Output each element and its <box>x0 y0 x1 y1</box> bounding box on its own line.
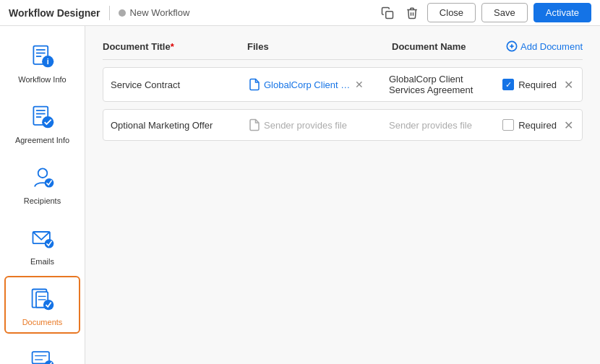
doc-title-2: Optional Marketing Offer <box>111 120 248 131</box>
file-name-2: Sender provides file <box>264 120 351 131</box>
doc-name-2: Sender provides file <box>389 120 495 131</box>
required-checkbox-2[interactable] <box>502 119 514 131</box>
svg-text:i: i <box>46 57 48 66</box>
add-circle-icon <box>506 40 518 52</box>
emails-icon <box>27 222 59 254</box>
sidebar-item-agreement-info-label: Agreement Info <box>15 136 69 144</box>
sidebar-item-recipients-label: Recipients <box>24 196 61 205</box>
doc-files-1: GlobalCorp Client Servic... ✕ <box>248 78 389 91</box>
col-title-label: Document Title <box>103 41 171 52</box>
delete-icon-button[interactable] <box>403 4 421 22</box>
doc-title-text-1: Service Contract <box>111 79 180 90</box>
doc-files-2: Sender provides file <box>248 118 389 131</box>
header: Workflow Designer New Workflow Close Sav… <box>0 0 600 26</box>
col-files-header: Files <box>247 41 392 52</box>
workflow-name-area: New Workflow <box>119 7 190 18</box>
col-name-header: Document Name <box>392 41 506 52</box>
remove-file-button-1[interactable]: ✕ <box>353 79 365 90</box>
svg-point-13 <box>44 178 53 188</box>
sender-input-fields-icon <box>27 344 59 364</box>
sidebar-item-documents-label: Documents <box>22 318 63 326</box>
sidebar-item-emails-label: Emails <box>30 257 54 266</box>
copy-icon <box>381 6 394 20</box>
sidebar-item-emails[interactable]: Emails <box>6 215 79 273</box>
add-document-label: Add Document <box>520 41 583 52</box>
doc-title-text-2: Optional Marketing Offer <box>111 120 213 131</box>
sidebar: i Workflow Info Agreement Info <box>0 26 85 364</box>
table-header: Document Title* Files Document Name Add … <box>103 40 583 60</box>
activate-button[interactable]: Activate <box>533 3 591 22</box>
table-row: Optional Marketing Offer Sender provides… <box>103 109 583 141</box>
file-icon-1 <box>248 78 261 91</box>
svg-point-15 <box>44 239 53 248</box>
col-title-header: Document Title* <box>103 41 247 52</box>
sidebar-item-workflow-info[interactable]: i Workflow Info <box>6 33 79 91</box>
content-area: Document Title* Files Document Name Add … <box>85 26 600 364</box>
file-name-1: GlobalCorp Client Servic... <box>264 79 351 90</box>
required-label-2: Required <box>518 120 557 131</box>
doc-required-2: Required <box>502 119 557 131</box>
recipients-icon <box>27 162 59 194</box>
sidebar-item-workflow-info-label: Workflow Info <box>18 75 66 84</box>
svg-point-12 <box>38 168 47 178</box>
delete-row-button-1[interactable]: ✕ <box>562 78 575 92</box>
sidebar-item-agreement-info[interactable]: Agreement Info <box>6 94 79 152</box>
table-row: Service Contract GlobalCorp Client Servi… <box>103 67 583 102</box>
close-button[interactable]: Close <box>427 3 476 22</box>
sidebar-item-documents[interactable]: Documents <box>4 276 80 334</box>
documents-icon <box>27 283 59 315</box>
doc-name-1: GlobalCorp Client Services Agreement <box>389 74 495 95</box>
main-layout: i Workflow Info Agreement Info <box>0 26 600 364</box>
sidebar-item-recipients[interactable]: Recipients <box>6 155 79 212</box>
workflow-status-dot <box>119 9 126 17</box>
header-divider <box>109 6 110 20</box>
agreement-info-icon <box>27 101 59 133</box>
save-button[interactable]: Save <box>481 3 528 22</box>
trash-icon <box>406 6 419 20</box>
workflow-name: New Workflow <box>130 7 190 18</box>
required-star: * <box>171 41 174 52</box>
svg-rect-0 <box>386 11 393 18</box>
workflow-info-icon: i <box>27 40 59 72</box>
doc-required-1: ✓ Required <box>502 79 557 90</box>
sidebar-item-sender-input-fields[interactable]: Sender Input Fields <box>6 337 79 364</box>
copy-icon-button[interactable] <box>378 4 397 22</box>
delete-row-button-2[interactable]: ✕ <box>562 118 575 132</box>
required-checkbox-1[interactable]: ✓ <box>502 79 514 90</box>
doc-title-1: Service Contract <box>111 79 248 90</box>
app-title: Workflow Designer <box>9 7 100 19</box>
add-document-button[interactable]: Add Document <box>506 40 583 52</box>
header-actions: Close Save Activate <box>378 3 591 22</box>
file-icon-2 <box>248 118 261 131</box>
required-label-1: Required <box>518 79 557 90</box>
